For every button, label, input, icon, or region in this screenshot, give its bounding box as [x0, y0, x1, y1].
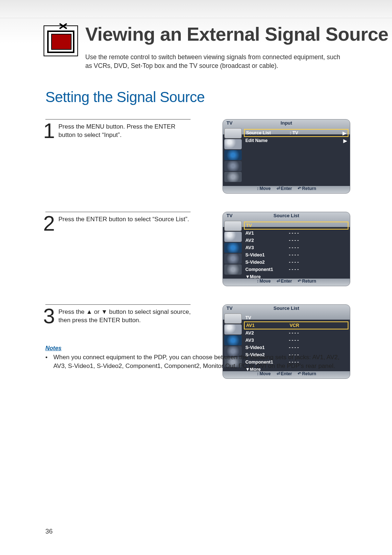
- osd-row-av2: AV2- - - -: [245, 329, 347, 337]
- osd-row-edit-name: Edit Name ▶: [245, 137, 347, 144]
- top-band: [0, 0, 392, 18]
- osd-row-svideo1: S-Video1- - - -: [245, 251, 347, 259]
- osd-row-value: - - - -: [289, 338, 347, 343]
- osd-row-av1: AV1- - - -: [245, 230, 347, 237]
- osd-row-av1: AV1VCR: [244, 321, 348, 329]
- osd-body: Source List : TV ▶ Edit Name ▶: [245, 129, 347, 183]
- osd-row-av3: AV3- - - -: [245, 244, 347, 251]
- step-number: 3: [43, 304, 55, 328]
- osd-row-label: TV: [246, 223, 290, 228]
- osd-title: Input: [223, 120, 350, 126]
- footer-return: ↶Return: [298, 371, 316, 376]
- sidebar-item-channel: [224, 161, 242, 171]
- step-divider: [45, 304, 191, 305]
- footer-move: ↕Move: [257, 186, 271, 191]
- page-intro: Use the remote control to switch between…: [85, 53, 347, 70]
- osd-row-value: - - - -: [289, 267, 347, 272]
- updown-icon: ↕: [257, 279, 259, 284]
- footer-move-label: Move: [260, 371, 271, 376]
- updown-icon: ↕: [257, 371, 259, 376]
- osd-footer: ↕Move ⏎Enter ↶Return: [223, 185, 350, 193]
- osd-row-label: Component1: [245, 267, 289, 272]
- updown-icon: ↕: [257, 186, 259, 191]
- return-icon: ↶: [298, 279, 301, 284]
- sidebar-item-input: [224, 221, 242, 231]
- osd-row-value: - - - -: [289, 331, 347, 336]
- chevron-right-icon: ▶: [343, 138, 347, 143]
- footer-move-label: Move: [260, 279, 271, 284]
- footer-enter-label: Enter: [281, 186, 292, 191]
- notes-text: When you connect equipment to the PDP, y…: [53, 353, 343, 370]
- osd-row-tv: TV: [244, 222, 348, 230]
- osd-row-label: AV3: [245, 338, 289, 343]
- osd-row-av2: AV2- - - -: [245, 237, 347, 244]
- osd-row-value: - - - -: [289, 252, 347, 258]
- step-description: Press the ▲ or ▼ button to select signal…: [58, 308, 193, 325]
- osd-footer: ↕Move ⏎Enter ↶Return: [223, 370, 350, 378]
- chevron-right-icon: ▶: [342, 130, 346, 136]
- osd-row-label: S-Video2: [245, 260, 289, 265]
- sidebar-item-picture: [224, 232, 242, 242]
- sidebar-item-sound: [224, 150, 242, 160]
- notes-section: Notes • When you connect equipment to th…: [45, 345, 343, 370]
- osd-sidebar: [224, 128, 243, 185]
- osd-row-label: Edit Name: [245, 138, 289, 143]
- footer-return: ↶Return: [298, 279, 316, 284]
- footer-move-label: Move: [260, 186, 271, 191]
- notes-heading: Notes: [45, 345, 343, 352]
- osd-row-label: S-Video1: [245, 252, 289, 258]
- section-heading: Setting the Signal Source: [45, 89, 205, 105]
- osd-row-label: AV2: [245, 331, 289, 336]
- osd-source-list-1: TV Source List TV AV1- - - - AV2- - - - …: [222, 212, 350, 286]
- return-icon: ↶: [298, 186, 301, 191]
- enter-icon: ⏎: [277, 279, 280, 284]
- step-number: 1: [43, 118, 55, 143]
- footer-return-label: Return: [302, 186, 316, 191]
- footer-enter: ⏎Enter: [277, 371, 292, 376]
- osd-row-label: Source List: [246, 130, 290, 135]
- osd-row-label: TV: [245, 315, 289, 320]
- footer-return-label: Return: [302, 371, 316, 376]
- step-number: 2: [43, 211, 55, 235]
- return-icon: ↶: [298, 371, 301, 376]
- step-1: 1 Press the MENU button. Press the ENTER…: [45, 119, 350, 197]
- step-description: Press the MENU button. Press the ENTER b…: [58, 123, 193, 139]
- step-description: Press the ENTER button to select “Source…: [58, 215, 193, 224]
- sidebar-item-picture: [224, 324, 242, 335]
- osd-row-value: - - - -: [289, 231, 347, 236]
- osd-row-component1: Component1- - - -: [245, 266, 347, 273]
- osd-row-source-list: Source List : TV ▶: [244, 129, 348, 137]
- osd-body: TV AV1- - - - AV2- - - - AV3- - - - S-Vi…: [245, 222, 347, 276]
- step-3: 3 Press the ▲ or ▼ button to select sign…: [45, 304, 350, 382]
- osd-row-value: VCR: [290, 323, 346, 328]
- osd-footer: ↕Move ⏎Enter ↶Return: [223, 277, 350, 285]
- osd-row-value: - - - -: [289, 260, 347, 265]
- sidebar-item-sound: [224, 335, 242, 345]
- osd-row-tv: TV: [245, 314, 347, 321]
- osd-title: Source List: [223, 213, 350, 218]
- step-2: 2 Press the ENTER button to select “Sour…: [45, 212, 350, 290]
- manual-page: Viewing an External Signal Source Use th…: [0, 0, 392, 555]
- osd-row-label: AV2: [245, 238, 289, 243]
- osd-row-value: - - - -: [289, 238, 347, 243]
- sidebar-item-setup: [224, 264, 242, 275]
- footer-move: ↕Move: [257, 279, 271, 284]
- enter-icon: ⏎: [277, 186, 280, 191]
- osd-row-label: AV1: [246, 323, 290, 328]
- footer-enter: ⏎Enter: [277, 279, 292, 284]
- footer-return: ↶Return: [298, 186, 316, 191]
- footer-enter-label: Enter: [281, 371, 292, 376]
- enter-icon: ⏎: [277, 371, 280, 376]
- page-number: 36: [45, 528, 53, 535]
- osd-sidebar: [224, 221, 243, 278]
- sidebar-item-input: [224, 128, 242, 138]
- osd-row-label: AV1: [245, 231, 289, 236]
- notes-body: • When you connect equipment to the PDP,…: [45, 353, 343, 370]
- osd-row-label: AV3: [245, 245, 289, 250]
- sidebar-item-channel: [224, 254, 242, 264]
- step-divider: [45, 119, 191, 119]
- page-title: Viewing an External Signal Source: [85, 23, 388, 45]
- osd-title: Source List: [223, 305, 350, 311]
- osd-input: TV Input Source List : TV ▶: [222, 119, 350, 194]
- footer-return-label: Return: [302, 279, 316, 284]
